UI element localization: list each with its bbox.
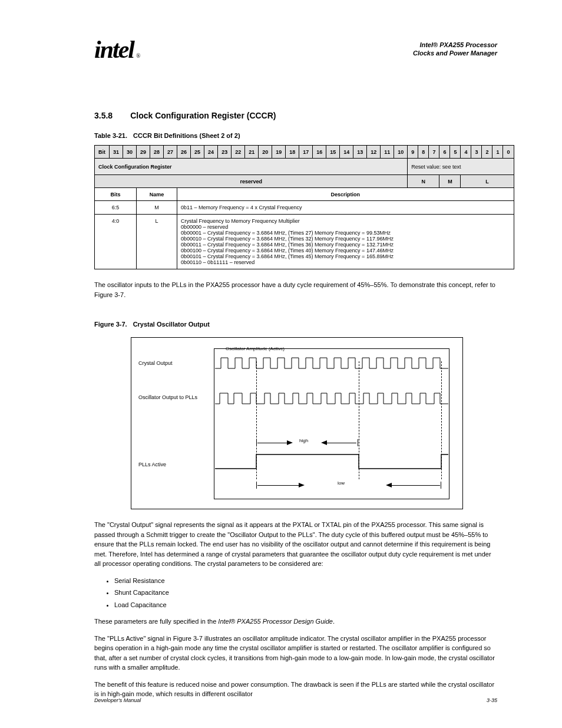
table-cell: 21 <box>245 146 259 159</box>
arrow-line <box>257 443 288 443</box>
table-cell: 14 <box>340 146 353 159</box>
plls-active-waveform <box>215 451 449 472</box>
register-table: Bit 31 30 29 28 27 26 25 24 23 22 21 20 … <box>94 145 514 269</box>
header-section: Clocks and Power Manager <box>413 50 497 57</box>
tick-line <box>256 482 257 489</box>
paragraph: These parameters are fully specified in … <box>94 617 497 627</box>
page-footer: Developer's Manual 3-35 <box>94 697 497 703</box>
table-cell: 27 <box>164 146 177 159</box>
field-reserved: reserved <box>95 175 408 188</box>
cell-name: L <box>137 215 177 269</box>
section-name: Clock Configuration Register (CCCR) <box>130 111 276 120</box>
arrow-line <box>391 485 440 486</box>
table-cell: 31 <box>110 146 123 159</box>
label-low: low <box>338 480 345 486</box>
table-cell: 22 <box>232 146 245 159</box>
table-cell: 19 <box>272 146 286 159</box>
table-cell: 0 <box>503 146 514 159</box>
footer-page-number: 3-35 <box>487 697 497 703</box>
tick-line <box>441 482 441 489</box>
table-cell: 24 <box>204 146 218 159</box>
arrowhead-icon <box>321 440 327 445</box>
bullet-list: Serial Resistance Shunt Capacitance Load… <box>114 576 497 610</box>
table-cell: 16 <box>313 146 326 159</box>
table-cell: 6 <box>439 146 450 159</box>
table-cell: 4 <box>461 146 471 159</box>
table-field-row: reserved N M L <box>95 175 514 188</box>
section-title: 3.5.8 Clock Configuration Register (CCCR… <box>94 111 497 120</box>
header-right: Intel® PXA255 Processor Clocks and Power… <box>413 41 497 57</box>
field-m: M <box>439 175 461 188</box>
label-crystal-output: Crystal Output <box>138 360 173 366</box>
body-text-block: The "Crystal Output" signal represents t… <box>94 520 497 699</box>
table-cell: 15 <box>326 146 340 159</box>
arrowhead-icon <box>287 440 293 445</box>
reset-value-cell: Reset value: see text <box>408 159 514 175</box>
paragraph: The "PLLs Active" signal in Figure 3-7 i… <box>94 634 497 673</box>
table-name-row: Clock Configuration Register Reset value… <box>95 159 514 175</box>
arrowhead-icon <box>299 483 305 487</box>
cell-bits: 4:0 <box>95 215 137 269</box>
register-name-cell: Clock Configuration Register <box>95 159 408 175</box>
intel-logo: intel® <box>94 35 140 64</box>
table-cell: 7 <box>429 146 439 159</box>
list-item: Load Capacitance <box>114 600 497 610</box>
table-cell: 11 <box>381 146 394 159</box>
arrowhead-icon <box>386 483 392 487</box>
table-cell: 12 <box>367 146 381 159</box>
list-item: Shunt Capacitance <box>114 588 497 598</box>
table-cell: 25 <box>191 146 204 159</box>
table-bit-row: Bit 31 30 29 28 27 26 25 24 23 22 21 20 … <box>95 146 514 159</box>
table-row: 4:0 L Crystal Frequency to Memory Freque… <box>95 215 514 269</box>
table-cell: 8 <box>418 146 429 159</box>
tick-line <box>256 439 257 446</box>
table-cell: 10 <box>394 146 408 159</box>
table-cell: 26 <box>177 146 191 159</box>
table-cell: 29 <box>137 146 150 159</box>
cell-desc: 0b11 – Memory Frequency = 4 x Crystal Fr… <box>177 201 514 215</box>
table-cell: 13 <box>353 146 367 159</box>
registered-mark: ® <box>136 52 140 59</box>
label-plls-active: PLLs Active <box>138 462 166 467</box>
paragraph: The oscillator inputs to the PLLs in the… <box>94 280 497 299</box>
figure-caption-title: Crystal Oscillator Output <box>133 321 210 328</box>
paragraph: The benefit of this feature is reduced n… <box>94 680 497 699</box>
field-l: L <box>461 175 514 188</box>
tick-line <box>358 439 358 446</box>
field-n: N <box>408 175 439 188</box>
oscillator-waveform <box>215 391 449 409</box>
table-caption: Table 3-21. CCCR Bit Definitions (Sheet … <box>94 132 497 139</box>
table-cell: 17 <box>299 146 313 159</box>
table-cell: 2 <box>482 146 492 159</box>
italic-text: Intel® PXA255 Processor Design Guide <box>218 618 333 625</box>
label-oscillator-output: Oscillator Output to PLLs <box>138 394 203 400</box>
table-cell: 23 <box>218 146 232 159</box>
col-name: Name <box>137 188 177 201</box>
table-caption-title: CCCR Bit Definitions (Sheet 2 of 2) <box>133 132 240 139</box>
table-cell: 5 <box>450 146 461 159</box>
arrow-line <box>326 443 356 443</box>
cell-name: M <box>137 201 177 215</box>
table-desc-header: Bits Name Description <box>95 188 514 201</box>
list-item: Serial Resistance <box>114 576 497 586</box>
label-high: high <box>299 438 308 443</box>
table-cell: 20 <box>259 146 272 159</box>
table-cell: 9 <box>408 146 418 159</box>
col-bits: Bits <box>95 188 137 201</box>
cell-bits: 6:5 <box>95 201 137 215</box>
logo-text: intel <box>94 36 134 63</box>
footer-left: Developer's Manual <box>94 697 141 703</box>
figure-caption-label: Figure 3-7. <box>94 321 127 328</box>
body-paragraph-1: The oscillator inputs to the PLLs in the… <box>94 280 497 299</box>
timing-diagram: Crystal Output Oscillator Output to PLLs… <box>131 337 463 509</box>
crystal-waveform <box>215 355 449 373</box>
cell-desc: Crystal Frequency to Memory Frequency Mu… <box>177 215 514 269</box>
table-cell: 3 <box>471 146 482 159</box>
paragraph: The "Crystal Output" signal represents t… <box>94 520 497 569</box>
table-cell: 1 <box>492 146 503 159</box>
col-desc: Description <box>177 188 514 201</box>
table-cell: 18 <box>286 146 299 159</box>
header-product: Intel® PXA255 Processor <box>413 41 497 48</box>
table-row: 6:5 M 0b11 – Memory Frequency = 4 x Crys… <box>95 201 514 215</box>
paragraph-text: These parameters are fully specified in … <box>94 618 218 625</box>
